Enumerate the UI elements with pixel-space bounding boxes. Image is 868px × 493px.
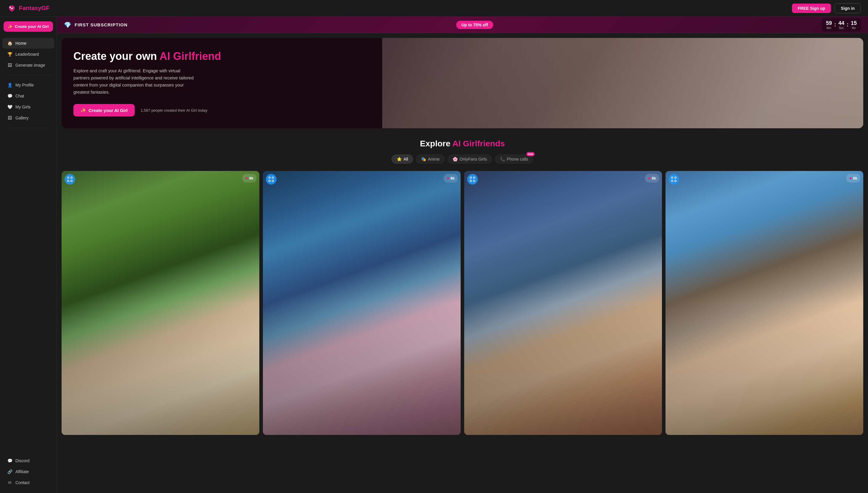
sidebar-bottom-section: 💬 Discord 🔗 Affiliate ✉ Contact [0,455,56,488]
like-count-2: 8k [451,176,455,180]
like-count-4: 8k [853,176,857,180]
card-like-button-4[interactable]: ♥ 8k [846,174,860,183]
scan-icon-2 [269,177,274,182]
card-overlay-3 [464,171,662,435]
sidebar-create-label: Create your AI Girl [15,24,49,29]
sidebar-label-gallery: Gallery [16,115,28,120]
sidebar-label-affiliate: Affiliate [16,469,29,474]
filter-tab-onlyfans[interactable]: 🌸 OnlyFans Girls [447,154,492,164]
timer-ms: 15 Ms [851,20,857,30]
phone-icon: 📞 [500,157,505,162]
svg-rect-4 [71,180,72,181]
sidebar-label-chat: Chat [16,93,24,98]
girl-card-3[interactable]: ♥ 8k [464,171,662,435]
filter-label-onlyfans: OnlyFans Girls [459,157,487,162]
logo-icon [7,3,17,13]
svg-rect-7 [269,180,270,181]
scan-icon-3 [470,177,475,182]
hero-cta-label: Create your AI Girl [89,108,128,113]
svg-rect-3 [68,180,69,181]
svg-rect-15 [671,180,673,181]
header-actions: FREE Sign up Sign in [792,3,861,13]
sidebar-nav-section: 🏠 Home 🏆 Leaderboard 🖼 Generate image [0,37,56,72]
sidebar-label-home: Home [16,41,26,46]
sidebar-item-chat[interactable]: 💬 Chat [2,91,54,101]
sidebar-item-discord[interactable]: 💬 Discord [2,455,54,466]
image-icon: 🖼 [7,63,13,68]
sidebar-item-home[interactable]: 🏠 Home [2,38,54,49]
scan-icon-1 [67,177,72,182]
sidebar-item-my-profile[interactable]: 👤 My Profile [2,80,54,90]
sidebar-item-generate-image[interactable]: 🖼 Generate image [2,60,54,70]
explore-section: Explore AI Girlfriends ⭐ All 🎭 Anime 🌸 O… [57,133,868,441]
filter-tab-anime[interactable]: 🎭 Anime [416,154,445,164]
filter-tab-all[interactable]: ⭐ All [391,154,414,164]
wand-icon-hero: ✨ [81,108,86,113]
filter-label-phone-calls: Phone calls [507,157,528,162]
wand-icon: ✨ [8,24,13,29]
anime-icon: 🎭 [421,157,426,162]
sidebar-item-contact[interactable]: ✉ Contact [2,477,54,488]
contact-icon: ✉ [7,480,13,485]
card-like-button-1[interactable]: ♥ 9k [243,174,256,183]
hero-content: Create your own AI Girlfriend Explore an… [62,38,233,128]
heart-icon: 🤍 [7,104,13,110]
filter-tabs: ⭐ All 🎭 Anime 🌸 OnlyFans Girls 📞 Phone c… [62,154,863,164]
timer-sep-1: : [834,22,836,28]
sidebar-item-leaderboard[interactable]: 🏆 Leaderboard [2,49,54,60]
main-content: 💎 FIRST SUBSCRIPTION Up to 75% off 59 Mi… [57,17,868,493]
card-scan-button-1[interactable] [65,174,75,185]
discord-icon: 💬 [7,458,13,463]
svg-rect-9 [470,177,472,178]
card-overlay-1 [62,171,259,435]
banner-left: 💎 FIRST SUBSCRIPTION [64,21,128,28]
hero-section: Create your own AI Girlfriend Explore an… [62,38,863,128]
hero-actions: ✨ Create your AI Girl 1,587 people creat… [73,104,221,116]
girl-card-2[interactable]: ♥ 8k [263,171,461,435]
sidebar-item-affiliate[interactable]: 🔗 Affiliate [2,466,54,477]
discount-badge: Up to 75% off [456,21,493,29]
chat-icon: 💬 [7,93,13,99]
girl-card-4[interactable]: ♥ 8k [665,171,863,435]
card-like-button-2[interactable]: ♥ 8k [444,174,458,183]
sidebar-item-my-girls[interactable]: 🤍 My Girls [2,102,54,112]
signup-button[interactable]: FREE Sign up [792,3,831,13]
svg-rect-11 [470,180,472,181]
svg-point-0 [9,6,11,8]
svg-rect-14 [675,177,676,178]
sidebar-item-gallery[interactable]: 🖼 Gallery [2,112,54,123]
card-scan-button-3[interactable] [467,174,478,185]
sidebar-create-button[interactable]: ✨ Create your AI Girl [4,21,53,32]
new-badge: New [526,152,535,156]
sidebar: ✨ Create your AI Girl 🏠 Home 🏆 Leaderboa… [0,17,57,493]
heart-icon-1: ♥ [246,176,248,181]
like-count-1: 9k [249,176,253,180]
hero-title: Create your own AI Girlfriend [73,50,221,63]
card-overlay-2 [263,171,461,435]
svg-rect-2 [71,177,72,178]
timer-sep-2: : [847,22,848,28]
sidebar-label-leaderboard: Leaderboard [16,52,39,57]
card-scan-button-4[interactable] [668,174,679,185]
card-overlay-4 [665,171,863,435]
svg-rect-16 [675,180,676,181]
heart-icon-3: ♥ [648,176,651,181]
sidebar-label-my-girls: My Girls [16,105,30,109]
svg-rect-5 [269,177,270,178]
card-like-button-3[interactable]: ♥ 8k [645,174,659,183]
logo[interactable]: FantasyGF [7,3,49,13]
hero-create-button[interactable]: ✨ Create your AI Girl [73,104,135,116]
hero-background [382,38,863,128]
sidebar-label-discord: Discord [16,458,29,463]
subscription-banner[interactable]: 💎 FIRST SUBSCRIPTION Up to 75% off 59 Mi… [57,17,868,33]
layout: ✨ Create your AI Girl 🏠 Home 🏆 Leaderboa… [0,17,868,493]
timer-minutes: 59 Min [826,20,832,30]
onlyfans-icon: 🌸 [453,157,458,162]
girl-card-1[interactable]: ♥ 9k [62,171,259,435]
filter-tab-phone-calls[interactable]: 📞 Phone calls New [495,154,533,164]
card-scan-button-2[interactable] [266,174,276,185]
svg-rect-8 [272,180,274,181]
like-count-3: 8k [652,176,656,180]
signin-button[interactable]: Sign in [835,3,861,13]
sidebar-label-contact: Contact [16,480,30,485]
